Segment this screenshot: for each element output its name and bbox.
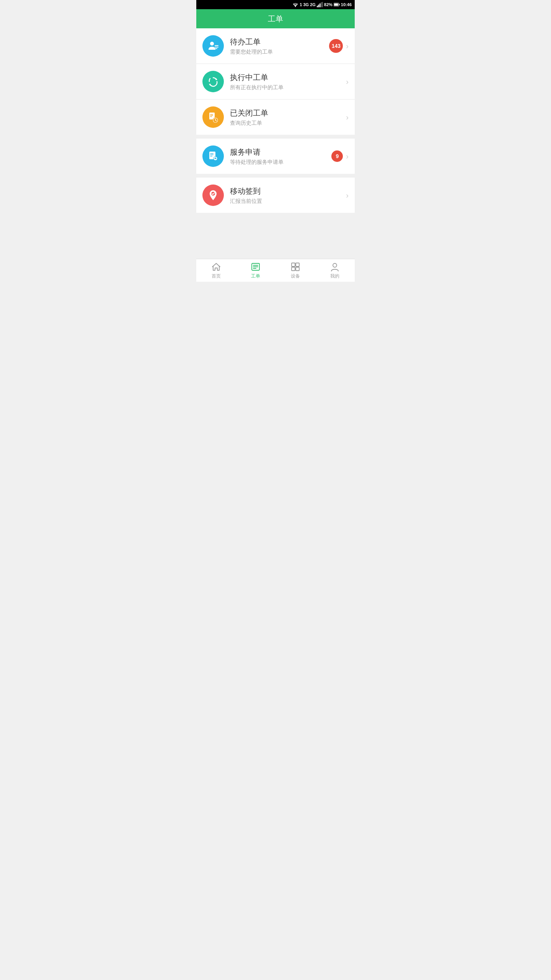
page-title: 工单 bbox=[268, 14, 283, 24]
list-item-service[interactable]: 服务申请 等待处理的服务申请单 9 › bbox=[196, 139, 355, 174]
checkin-right: › bbox=[346, 191, 349, 200]
person-icon bbox=[330, 262, 340, 272]
svg-rect-7 bbox=[334, 3, 338, 6]
inprogress-title: 执行中工单 bbox=[230, 72, 346, 83]
svg-rect-12 bbox=[215, 48, 217, 49]
signal-icon bbox=[317, 2, 323, 7]
svg-rect-35 bbox=[292, 263, 295, 266]
app-header: 工单 bbox=[196, 9, 355, 28]
inprogress-subtitle: 所有正在执行中的工单 bbox=[230, 84, 346, 91]
location-check-icon bbox=[207, 189, 219, 201]
closed-right: › bbox=[346, 113, 349, 122]
service-icon-bg bbox=[202, 145, 224, 167]
section-service: 服务申请 等待处理的服务申请单 9 › bbox=[196, 139, 355, 174]
list-item-checkin[interactable]: 移动签到 汇报当前位置 › bbox=[196, 178, 355, 213]
service-chevron: › bbox=[346, 152, 349, 161]
svg-rect-17 bbox=[210, 115, 213, 116]
svg-rect-37 bbox=[292, 267, 295, 271]
inprogress-text: 执行中工单 所有正在执行中的工单 bbox=[230, 72, 346, 91]
inprogress-chevron: › bbox=[346, 77, 349, 86]
battery-icon bbox=[334, 2, 340, 7]
checkin-subtitle: 汇报当前位置 bbox=[230, 198, 346, 205]
workorder-icon bbox=[251, 262, 261, 272]
battery-text: 82% bbox=[324, 2, 333, 7]
svg-rect-5 bbox=[322, 2, 323, 7]
svg-rect-38 bbox=[296, 267, 299, 271]
pending-subtitle: 需要您处理的工单 bbox=[230, 49, 329, 56]
svg-rect-4 bbox=[321, 2, 322, 7]
inprogress-icon-bg bbox=[202, 71, 224, 92]
service-badge: 9 bbox=[331, 150, 343, 162]
svg-rect-1 bbox=[317, 6, 318, 7]
pending-text: 待办工单 需要您处理的工单 bbox=[230, 37, 329, 56]
service-right: 9 › bbox=[331, 150, 349, 162]
inprogress-right: › bbox=[346, 77, 349, 86]
svg-rect-8 bbox=[339, 4, 340, 5]
person-list-icon bbox=[207, 40, 219, 52]
svg-point-39 bbox=[333, 263, 337, 267]
nav-label-workorder: 工单 bbox=[251, 273, 260, 279]
checkin-chevron: › bbox=[346, 191, 349, 200]
svg-rect-16 bbox=[210, 114, 213, 115]
closed-icon-bg bbox=[202, 106, 224, 128]
svg-rect-24 bbox=[210, 153, 214, 154]
nav-item-device[interactable]: 设备 bbox=[276, 262, 315, 279]
svg-rect-18 bbox=[210, 116, 212, 117]
network-2g: 2G bbox=[310, 2, 316, 7]
list-item-closed[interactable]: 已关闭工单 查询历史工单 › bbox=[196, 100, 355, 135]
checkin-title: 移动签到 bbox=[230, 186, 346, 196]
svg-rect-10 bbox=[215, 45, 218, 46]
svg-point-9 bbox=[210, 42, 214, 46]
status-bar: 1 3G 2G 82% 10:46 bbox=[196, 0, 355, 9]
nav-item-mine[interactable]: 我的 bbox=[315, 262, 355, 279]
network-3g: 3G bbox=[303, 2, 309, 7]
bottom-navigation: 首页 工单 设备 我的 bbox=[196, 259, 355, 282]
svg-rect-3 bbox=[320, 3, 321, 7]
list-item-inprogress[interactable]: 执行中工单 所有正在执行中的工单 › bbox=[196, 64, 355, 100]
pending-icon-bg bbox=[202, 35, 224, 57]
section-workorders: 待办工单 需要您处理的工单 143 › 执行中工单 所有正 bbox=[196, 28, 355, 135]
closed-title: 已关闭工单 bbox=[230, 108, 346, 118]
service-subtitle: 等待处理的服务申请单 bbox=[230, 159, 331, 166]
closed-chevron: › bbox=[346, 113, 349, 122]
closed-text: 已关闭工单 查询历史工单 bbox=[230, 108, 346, 127]
wifi-icon bbox=[292, 2, 298, 7]
pending-chevron: › bbox=[346, 42, 349, 51]
svg-rect-36 bbox=[296, 263, 299, 266]
nav-label-device: 设备 bbox=[291, 273, 300, 279]
pending-right: 143 › bbox=[329, 39, 349, 53]
main-content: 待办工单 需要您处理的工单 143 › 执行中工单 所有正 bbox=[196, 28, 355, 259]
service-title: 服务申请 bbox=[230, 147, 331, 157]
refresh-icon bbox=[207, 75, 219, 88]
nav-item-workorder[interactable]: 工单 bbox=[236, 262, 276, 279]
home-icon bbox=[211, 262, 221, 272]
service-text: 服务申请 等待处理的服务申请单 bbox=[230, 147, 331, 166]
checkin-text: 移动签到 汇报当前位置 bbox=[230, 186, 346, 205]
closed-subtitle: 查询历史工单 bbox=[230, 120, 346, 127]
file-clock-icon bbox=[207, 111, 219, 123]
time: 10:46 bbox=[341, 2, 352, 7]
pending-badge: 143 bbox=[329, 39, 343, 53]
nav-label-mine: 我的 bbox=[330, 273, 339, 279]
nav-label-home: 首页 bbox=[212, 273, 221, 279]
svg-rect-26 bbox=[210, 156, 212, 157]
status-icons: 1 3G 2G 82% 10:46 bbox=[292, 2, 352, 7]
svg-rect-2 bbox=[318, 5, 319, 7]
svg-point-0 bbox=[295, 6, 296, 7]
nav-item-home[interactable]: 首页 bbox=[196, 262, 236, 279]
section-checkin: 移动签到 汇报当前位置 › bbox=[196, 178, 355, 213]
svg-rect-11 bbox=[215, 47, 218, 47]
pending-title: 待办工单 bbox=[230, 37, 329, 47]
network-type: 1 bbox=[300, 2, 302, 7]
device-icon bbox=[290, 262, 300, 272]
svg-rect-25 bbox=[210, 155, 214, 155]
list-item-pending[interactable]: 待办工单 需要您处理的工单 143 › bbox=[196, 28, 355, 64]
service-request-icon bbox=[207, 150, 219, 162]
checkin-icon-bg bbox=[202, 185, 224, 206]
